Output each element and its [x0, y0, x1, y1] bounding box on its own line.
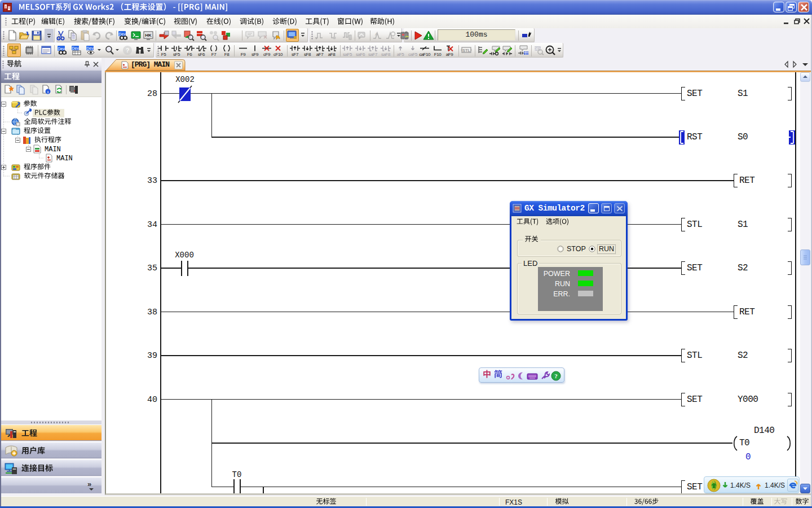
svg-text:?: ?	[554, 373, 558, 379]
svg-text:Dev: Dev	[118, 32, 126, 36]
svg-text:i: i	[47, 90, 48, 94]
svg-text:A: A	[375, 32, 378, 37]
svg-text:STL: STL	[462, 48, 471, 53]
svg-text:Dev: Dev	[86, 46, 94, 50]
svg-text:?: ?	[126, 47, 130, 54]
svg-text:HK: HK	[145, 33, 152, 38]
svg-text:Dev: Dev	[58, 47, 65, 51]
svg-text:Dev: Dev	[72, 46, 79, 50]
